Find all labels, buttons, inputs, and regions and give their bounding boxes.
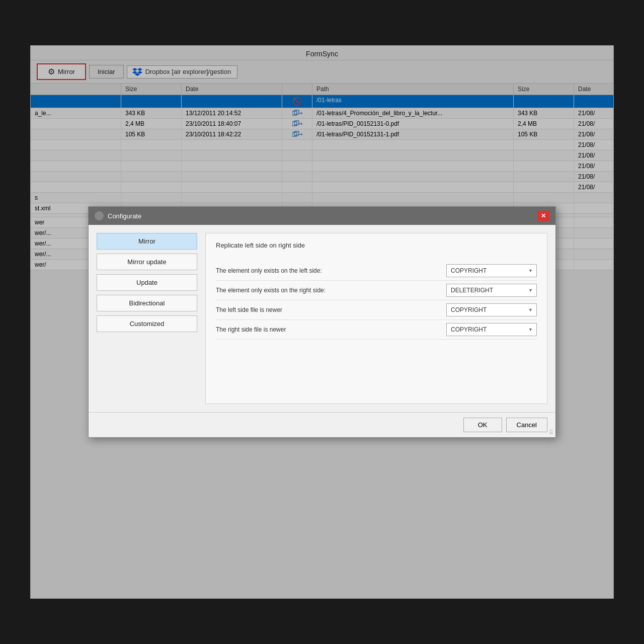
- config-select-1[interactable]: COPYRIGHTCOPYDELETERIGHTSKIPMinor: [446, 284, 537, 297]
- config-select-3[interactable]: COPYRIGHTCOPYDELETERIGHTSKIPMinor: [446, 323, 537, 336]
- dialog-sidebar-btn-mirror[interactable]: Mirror: [97, 233, 197, 250]
- dialog-sidebar-btn-update[interactable]: Update: [97, 274, 197, 291]
- config-label-2: The left side file is newer: [216, 306, 446, 313]
- dialog-footer: OK Cancel: [89, 412, 555, 437]
- dialog-description: Replicate left side on right side: [216, 242, 537, 249]
- select-wrapper-3: COPYRIGHTCOPYDELETERIGHTSKIPMinor: [446, 323, 537, 336]
- cancel-button[interactable]: Cancel: [506, 418, 547, 432]
- config-row-1: The element only exists on the right sid…: [216, 281, 537, 300]
- config-row-2: The left side file is newer COPYRIGHTCOP…: [216, 300, 537, 320]
- dialog-body: MirrorMirror updateUpdateBidirectionalCu…: [89, 225, 555, 412]
- config-label-1: The element only exists on the right sid…: [216, 287, 446, 294]
- dialog-content: Replicate left side on right side The el…: [205, 233, 547, 404]
- dialog-overlay: Configurate ✕ MirrorMirror updateUpdateB…: [31, 46, 613, 598]
- configure-dialog: Configurate ✕ MirrorMirror updateUpdateB…: [88, 206, 556, 438]
- config-row-0: The element only exists on the left side…: [216, 261, 537, 281]
- config-rows: The element only exists on the left side…: [216, 261, 537, 340]
- dialog-close-button[interactable]: ✕: [537, 211, 549, 221]
- select-wrapper-0: COPYRIGHTCOPYDELETERIGHTSKIPMinor: [446, 264, 537, 277]
- select-wrapper-1: COPYRIGHTCOPYDELETERIGHTSKIPMinor: [446, 284, 537, 297]
- dialog-app-icon: [95, 211, 104, 220]
- config-row-3: The right side file is newer COPYRIGHTCO…: [216, 320, 537, 340]
- dialog-titlebar: Configurate ✕: [89, 207, 555, 225]
- app-window: FormSync ⚙ Mirror Iniciar Dropbox [air e…: [30, 45, 614, 599]
- config-select-0[interactable]: COPYRIGHTCOPYDELETERIGHTSKIPMinor: [446, 264, 537, 277]
- dialog-title: Configurate: [108, 212, 141, 220]
- config-select-2[interactable]: COPYRIGHTCOPYDELETERIGHTSKIPMinor: [446, 303, 537, 316]
- dialog-sidebar-btn-bidirectional[interactable]: Bidirectional: [97, 295, 197, 311]
- dialog-sidebar: MirrorMirror updateUpdateBidirectionalCu…: [97, 233, 197, 404]
- resize-handle: ⠿: [549, 429, 553, 436]
- dialog-sidebar-btn-customized[interactable]: Customized: [97, 315, 197, 332]
- dialog-sidebar-btn-mirror-update[interactable]: Mirror update: [97, 254, 197, 270]
- ok-button[interactable]: OK: [463, 418, 502, 432]
- select-wrapper-2: COPYRIGHTCOPYDELETERIGHTSKIPMinor: [446, 303, 537, 316]
- config-label-3: The right side file is newer: [216, 326, 446, 333]
- config-label-0: The element only exists on the left side…: [216, 267, 446, 274]
